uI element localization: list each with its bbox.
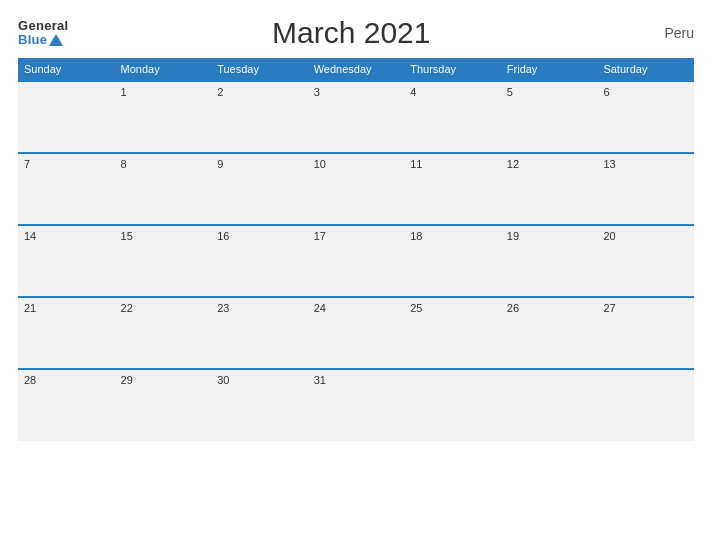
- col-friday: Friday: [501, 58, 598, 81]
- day-number: 2: [217, 86, 223, 98]
- calendar-cell: 9: [211, 153, 308, 225]
- calendar-cell: [18, 81, 115, 153]
- calendar-cell: 25: [404, 297, 501, 369]
- calendar-cell: 23: [211, 297, 308, 369]
- calendar-cell: 22: [115, 297, 212, 369]
- day-number: 1: [121, 86, 127, 98]
- day-number: 3: [314, 86, 320, 98]
- day-number: 23: [217, 302, 229, 314]
- calendar-week-row: 78910111213: [18, 153, 694, 225]
- calendar-cell: 30: [211, 369, 308, 441]
- logo: General Blue: [18, 19, 69, 48]
- day-number: 25: [410, 302, 422, 314]
- day-number: 13: [603, 158, 615, 170]
- calendar-cell: 17: [308, 225, 405, 297]
- day-number: 22: [121, 302, 133, 314]
- day-number: 7: [24, 158, 30, 170]
- calendar-cell: [597, 369, 694, 441]
- calendar-cell: 24: [308, 297, 405, 369]
- calendar-cell: [501, 369, 598, 441]
- col-thursday: Thursday: [404, 58, 501, 81]
- calendar-cell: 16: [211, 225, 308, 297]
- calendar-page: General Blue March 2021 Peru Sunday Mond…: [0, 0, 712, 550]
- col-tuesday: Tuesday: [211, 58, 308, 81]
- day-number: 19: [507, 230, 519, 242]
- calendar-cell: 12: [501, 153, 598, 225]
- calendar-cell: 2: [211, 81, 308, 153]
- calendar-cell: 18: [404, 225, 501, 297]
- calendar-week-row: 14151617181920: [18, 225, 694, 297]
- calendar-cell: 27: [597, 297, 694, 369]
- day-number: 12: [507, 158, 519, 170]
- calendar-week-row: 123456: [18, 81, 694, 153]
- day-number: 30: [217, 374, 229, 386]
- calendar-cell: 19: [501, 225, 598, 297]
- day-number: 24: [314, 302, 326, 314]
- day-number: 21: [24, 302, 36, 314]
- day-number: 10: [314, 158, 326, 170]
- calendar-cell: 4: [404, 81, 501, 153]
- calendar-cell: 3: [308, 81, 405, 153]
- day-number: 6: [603, 86, 609, 98]
- calendar-cell: 20: [597, 225, 694, 297]
- calendar-cell: 7: [18, 153, 115, 225]
- day-header-row: Sunday Monday Tuesday Wednesday Thursday…: [18, 58, 694, 81]
- day-number: 5: [507, 86, 513, 98]
- day-number: 14: [24, 230, 36, 242]
- calendar-week-row: 28293031: [18, 369, 694, 441]
- day-number: 4: [410, 86, 416, 98]
- calendar-cell: 14: [18, 225, 115, 297]
- calendar-cell: 1: [115, 81, 212, 153]
- day-number: 27: [603, 302, 615, 314]
- col-sunday: Sunday: [18, 58, 115, 81]
- calendar-cell: 10: [308, 153, 405, 225]
- day-number: 11: [410, 158, 422, 170]
- day-number: 31: [314, 374, 326, 386]
- calendar-cell: 28: [18, 369, 115, 441]
- day-number: 29: [121, 374, 133, 386]
- calendar-cell: [404, 369, 501, 441]
- logo-blue-text: Blue: [18, 33, 63, 47]
- calendar-cell: 21: [18, 297, 115, 369]
- day-number: 20: [603, 230, 615, 242]
- calendar-cell: 13: [597, 153, 694, 225]
- calendar-cell: 29: [115, 369, 212, 441]
- calendar-cell: 11: [404, 153, 501, 225]
- col-wednesday: Wednesday: [308, 58, 405, 81]
- logo-general-text: General: [18, 19, 69, 33]
- calendar-title: March 2021: [69, 16, 634, 50]
- day-number: 15: [121, 230, 133, 242]
- country-label: Peru: [634, 25, 694, 41]
- day-number: 9: [217, 158, 223, 170]
- calendar-header: General Blue March 2021 Peru: [18, 16, 694, 50]
- calendar-cell: 6: [597, 81, 694, 153]
- calendar-cell: 5: [501, 81, 598, 153]
- col-saturday: Saturday: [597, 58, 694, 81]
- day-number: 16: [217, 230, 229, 242]
- day-number: 28: [24, 374, 36, 386]
- col-monday: Monday: [115, 58, 212, 81]
- calendar-cell: 8: [115, 153, 212, 225]
- day-number: 18: [410, 230, 422, 242]
- calendar-week-row: 21222324252627: [18, 297, 694, 369]
- calendar-cell: 15: [115, 225, 212, 297]
- calendar-cell: 26: [501, 297, 598, 369]
- day-number: 26: [507, 302, 519, 314]
- day-number: 8: [121, 158, 127, 170]
- day-number: 17: [314, 230, 326, 242]
- calendar-table: Sunday Monday Tuesday Wednesday Thursday…: [18, 58, 694, 441]
- calendar-cell: 31: [308, 369, 405, 441]
- logo-triangle-icon: [49, 34, 63, 46]
